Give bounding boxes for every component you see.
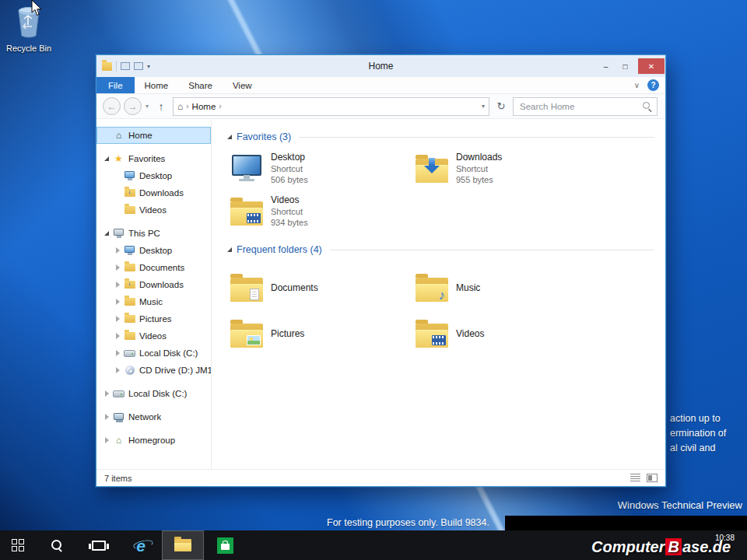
sidebar-item-pc-pictures[interactable]: Pictures — [96, 310, 211, 327]
downloads-icon — [123, 187, 136, 198]
customize-qat-dropdown-icon[interactable]: ▾ — [147, 63, 150, 70]
sidebar-item-home[interactable]: ⌂ Home — [96, 127, 211, 144]
sidebar-item-pc-local-disk[interactable]: Local Disk (C:) — [96, 345, 211, 362]
recent-locations-dropdown-icon[interactable]: ▾ — [145, 103, 149, 110]
desktop-shortcut-icon — [227, 150, 266, 187]
recycle-bin-label: Recycle Bin — [5, 44, 53, 53]
eula-line: action up to — [670, 411, 726, 426]
sidebar-item-local-disk[interactable]: Local Disk (C:) — [96, 385, 211, 402]
properties-icon[interactable] — [121, 62, 130, 70]
store-icon — [217, 537, 233, 554]
twisty-collapsed-icon[interactable] — [114, 297, 123, 306]
desktop: Recycle Bin action up to ermination of a… — [0, 0, 747, 560]
twisty-collapsed-icon[interactable] — [114, 366, 123, 375]
ribbon-collapse-icon[interactable]: ∨ — [634, 81, 640, 89]
explorer-icon — [102, 62, 112, 71]
taskbar-internet-explorer[interactable]: e — [120, 530, 162, 560]
hard-drive-icon — [112, 388, 125, 399]
recycle-bin[interactable]: Recycle Bin — [5, 5, 53, 53]
address-dropdown-icon[interactable]: ▾ — [482, 103, 485, 110]
videos-folder-icon — [123, 331, 136, 341]
sidebar-item-favorites[interactable]: ★ Favorites — [96, 150, 211, 167]
folder-tile-pictures[interactable]: Pictures — [227, 313, 412, 354]
breadcrumb[interactable]: ⌂ › Home › ▾ — [173, 97, 489, 116]
site-watermark: ComputerBase.de — [591, 538, 731, 556]
file-explorer-icon — [174, 539, 191, 551]
sidebar-item-homegroup[interactable]: ⌂ Homegroup — [96, 432, 211, 449]
sidebar-item-pc-desktop[interactable]: Desktop — [96, 242, 211, 259]
up-button[interactable]: ↑ — [153, 100, 170, 113]
refresh-button[interactable]: ↻ — [493, 100, 510, 112]
start-button[interactable] — [0, 530, 36, 560]
twisty-expanded-icon[interactable] — [103, 229, 112, 238]
file-tile-videos[interactable]: Videos Shortcut 934 bytes — [227, 193, 412, 230]
task-view-icon — [92, 541, 106, 551]
details-view-icon[interactable] — [630, 474, 640, 482]
favorites-grid: Desktop Shortcut 506 bytes Downloads Sho… — [227, 150, 654, 230]
new-folder-icon[interactable] — [134, 62, 143, 70]
taskbar-search-button[interactable] — [36, 530, 78, 560]
forward-button[interactable]: → — [124, 97, 142, 115]
sidebar-item-fav-desktop[interactable]: Desktop — [96, 167, 211, 184]
sidebar-item-fav-videos[interactable]: Videos — [96, 201, 211, 219]
window-title: Home — [368, 61, 393, 72]
maximize-button[interactable]: □ — [615, 58, 635, 74]
close-button[interactable]: ✕ — [638, 58, 665, 74]
sidebar-item-this-pc[interactable]: This PC — [96, 225, 211, 242]
folder-tile-music[interactable]: ♪ Music — [412, 268, 598, 308]
internet-explorer-icon: e — [136, 537, 146, 554]
taskbar-file-explorer[interactable] — [162, 530, 204, 560]
group-collapse-icon[interactable] — [226, 245, 235, 254]
twisty-collapsed-icon[interactable] — [114, 314, 123, 324]
twisty-collapsed-icon[interactable] — [103, 389, 112, 398]
task-view-button[interactable] — [78, 530, 120, 560]
tab-home[interactable]: Home — [135, 77, 179, 93]
group-collapse-icon[interactable] — [226, 132, 235, 142]
file-tile-downloads[interactable]: Downloads Shortcut 955 bytes — [412, 150, 598, 187]
search-icon[interactable] — [642, 101, 652, 111]
desktop-icon — [123, 170, 136, 181]
twisty-collapsed-icon[interactable] — [114, 331, 123, 341]
help-icon[interactable]: ? — [647, 79, 659, 91]
breadcrumb-home[interactable]: Home — [192, 102, 216, 111]
address-bar: ← → ▾ ↑ ⌂ › Home › ▾ ↻ — [96, 94, 665, 119]
minimize-button[interactable]: – — [596, 58, 615, 74]
taskbar-store[interactable] — [204, 530, 246, 560]
sidebar-item-pc-documents[interactable]: Documents — [96, 259, 211, 276]
sidebar-item-pc-downloads[interactable]: Downloads — [96, 276, 211, 293]
home-icon: ⌂ — [177, 101, 183, 112]
windows-logo-icon — [12, 539, 24, 551]
homegroup-icon: ⌂ — [112, 435, 125, 446]
file-tile-desktop[interactable]: Desktop Shortcut 506 bytes — [227, 150, 412, 187]
mouse-cursor — [31, 0, 42, 16]
tab-view[interactable]: View — [223, 77, 262, 93]
search-input[interactable] — [518, 101, 642, 112]
tab-share[interactable]: Share — [178, 77, 223, 93]
sidebar-item-network[interactable]: Network — [96, 408, 211, 425]
eula-watermark: action up to ermination of al civil and — [670, 411, 726, 456]
desktop-icon — [123, 245, 136, 256]
group-header-favorites: Favorites (3) — [226, 128, 654, 145]
folder-tile-videos[interactable]: Videos — [412, 313, 598, 354]
tab-file[interactable]: File — [96, 77, 135, 93]
back-button[interactable]: ← — [103, 97, 121, 115]
downloads-shortcut-icon — [412, 150, 451, 187]
sidebar-item-fav-downloads[interactable]: Downloads — [96, 184, 211, 201]
twisty-collapsed-icon[interactable] — [114, 280, 123, 289]
documents-folder-icon — [227, 268, 266, 308]
sidebar-item-pc-cd-drive[interactable]: CD Drive (D:) JM1 — [96, 362, 211, 379]
downloads-icon — [123, 279, 136, 290]
twisty-collapsed-icon[interactable] — [114, 263, 123, 272]
cd-drive-icon — [123, 365, 136, 376]
twisty-collapsed-icon[interactable] — [114, 348, 123, 358]
twisty-collapsed-icon[interactable] — [103, 412, 112, 422]
network-icon — [112, 411, 125, 422]
twisty-expanded-icon[interactable] — [103, 154, 112, 163]
item-count: 7 items — [104, 474, 132, 483]
thumbnail-view-icon[interactable] — [647, 474, 658, 482]
twisty-collapsed-icon[interactable] — [103, 436, 112, 445]
sidebar-item-pc-videos[interactable]: Videos — [96, 327, 211, 345]
folder-tile-documents[interactable]: Documents — [227, 268, 412, 308]
sidebar-item-pc-music[interactable]: Music — [96, 293, 211, 310]
twisty-collapsed-icon[interactable] — [114, 246, 123, 255]
